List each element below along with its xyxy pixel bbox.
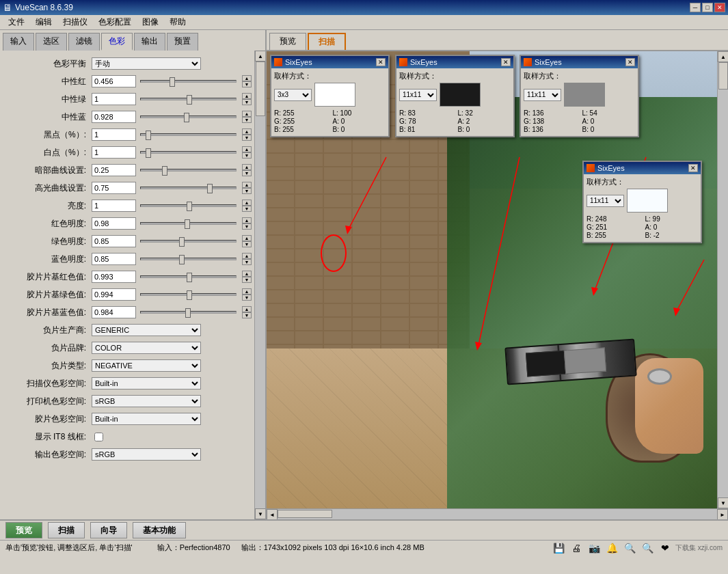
sixeyes-close-1[interactable]: ✕ <box>376 58 386 66</box>
menu-edit[interactable]: 编辑 <box>30 15 57 29</box>
neutral-red-down[interactable]: ▼ <box>242 81 252 87</box>
neutral-red-slider[interactable] <box>140 80 237 83</box>
film-base-red-down[interactable]: ▼ <box>242 277 252 283</box>
red-brightness-slider[interactable] <box>140 222 237 225</box>
show-it8-checkbox[interactable] <box>94 433 103 441</box>
menu-image[interactable]: 图像 <box>137 15 164 29</box>
white-point-input[interactable] <box>92 146 136 159</box>
blue-brightness-input[interactable] <box>92 253 136 265</box>
neutral-green-spin[interactable]: ▲ ▼ <box>242 93 252 105</box>
neutral-red-spin[interactable]: ▲ ▼ <box>242 75 252 87</box>
brightness-input[interactable] <box>92 200 136 212</box>
menu-color-profile[interactable]: 色彩配置 <box>93 15 137 29</box>
neutral-blue-up[interactable]: ▲ <box>242 111 252 117</box>
black-point-spin[interactable]: ▲ ▼ <box>242 128 252 141</box>
highlight-curve-down[interactable]: ▼ <box>242 188 252 194</box>
minimize-button[interactable]: ─ <box>690 3 701 12</box>
tab-output[interactable]: 输出 <box>134 33 165 51</box>
black-point-up[interactable]: ▲ <box>242 128 252 135</box>
brightness-slider[interactable] <box>140 204 237 207</box>
scan-button[interactable]: 扫描 <box>48 522 85 538</box>
output-color-space-select[interactable]: sRGB <box>92 448 201 461</box>
sixeyes-select-3[interactable]: 11x11 <box>524 89 561 101</box>
film-vendor-select[interactable]: GENERIC <box>92 324 201 336</box>
tab-preset[interactable]: 预置 <box>167 33 198 51</box>
brightness-spin[interactable]: ▲ ▼ <box>242 200 252 212</box>
film-color-space-select[interactable]: Built-in <box>92 413 201 425</box>
film-base-blue-down[interactable]: ▼ <box>242 312 252 318</box>
printer-color-space-select[interactable]: sRGB <box>92 395 201 407</box>
sixeyes-select-4[interactable]: 11x11 <box>587 195 624 207</box>
dark-curve-up[interactable]: ▲ <box>242 164 252 170</box>
scroll-up-button[interactable]: ▲ <box>255 51 265 62</box>
email-icon[interactable]: 🔔 <box>604 542 619 554</box>
zoom-in-icon[interactable]: 🔍 <box>640 542 655 554</box>
scroll-track[interactable] <box>255 62 265 508</box>
tab-color[interactable]: 色彩 <box>101 33 133 51</box>
neutral-red-up[interactable]: ▲ <box>242 75 252 81</box>
maximize-button[interactable]: □ <box>702 3 713 12</box>
close-button[interactable]: ✕ <box>714 3 725 12</box>
black-point-input[interactable] <box>92 128 136 141</box>
film-base-red-up[interactable]: ▲ <box>242 271 252 277</box>
sixeyes-close-4[interactable]: ✕ <box>688 164 698 172</box>
highlight-curve-slider[interactable] <box>140 187 237 189</box>
black-point-down[interactable]: ▼ <box>242 135 252 141</box>
neutral-green-slider[interactable] <box>140 98 237 100</box>
neutral-blue-spin[interactable]: ▲ ▼ <box>242 111 252 123</box>
film-base-green-spin[interactable]: ▲ ▼ <box>242 288 252 301</box>
vscroll-track[interactable] <box>718 62 728 497</box>
white-point-spin[interactable]: ▲ ▼ <box>242 146 252 159</box>
sixeyes-close-2[interactable]: ✕ <box>501 58 511 66</box>
neutral-green-input[interactable] <box>92 93 136 105</box>
basic-function-button[interactable]: 基本功能 <box>133 522 186 538</box>
green-brightness-down[interactable]: ▼ <box>242 241 252 247</box>
print-icon[interactable]: 🖨 <box>569 542 584 554</box>
highlight-curve-input[interactable] <box>92 182 136 194</box>
blue-brightness-spin[interactable]: ▲ ▼ <box>242 253 252 265</box>
blue-brightness-up[interactable]: ▲ <box>242 253 252 259</box>
red-brightness-input[interactable] <box>92 217 136 230</box>
neutral-red-input[interactable]: 0.456 <box>92 75 136 87</box>
hscroll-left-btn[interactable]: ◄ <box>267 509 278 519</box>
green-brightness-up[interactable]: ▲ <box>242 235 252 241</box>
preview-tab[interactable]: 预览 <box>269 33 306 50</box>
vscroll-down-btn[interactable]: ▼ <box>718 497 728 508</box>
white-point-slider[interactable] <box>140 151 237 154</box>
sixeyes-close-3[interactable]: ✕ <box>625 58 635 66</box>
blue-brightness-down[interactable]: ▼ <box>242 259 252 265</box>
menu-help[interactable]: 帮助 <box>164 15 191 29</box>
menu-scanner[interactable]: 扫描仪 <box>57 15 93 29</box>
green-brightness-input[interactable] <box>92 235 136 247</box>
white-point-down[interactable]: ▼ <box>242 152 252 159</box>
dark-curve-down[interactable]: ▼ <box>242 170 252 176</box>
white-point-up[interactable]: ▲ <box>242 146 252 152</box>
green-brightness-spin[interactable]: ▲ ▼ <box>242 235 252 247</box>
film-base-green-input[interactable] <box>92 288 136 301</box>
preview-button[interactable]: 预览 <box>5 522 42 538</box>
menu-file[interactable]: 文件 <box>3 15 30 29</box>
vscroll-thumb[interactable] <box>718 62 728 90</box>
dark-curve-slider[interactable] <box>140 169 237 172</box>
green-brightness-slider[interactable] <box>140 240 237 243</box>
film-base-blue-up[interactable]: ▲ <box>242 306 252 312</box>
black-point-slider[interactable] <box>140 133 237 136</box>
zoom-out-icon[interactable]: 🔍 <box>622 542 637 554</box>
vscroll-up-btn[interactable]: ▲ <box>718 51 728 62</box>
sixeyes-select-2[interactable]: 11x11 <box>399 89 437 101</box>
hscroll-track[interactable] <box>278 509 717 519</box>
film-base-green-slider[interactable] <box>140 293 237 296</box>
film-base-red-input[interactable] <box>92 271 136 283</box>
scanner-color-space-select[interactable]: Built-in <box>92 377 201 390</box>
neutral-blue-down[interactable]: ▼ <box>242 117 252 123</box>
color-balance-select[interactable]: 手动 <box>92 57 201 70</box>
tab-filter[interactable]: 滤镜 <box>68 33 100 51</box>
brightness-down[interactable]: ▼ <box>242 206 252 212</box>
tab-input[interactable]: 输入 <box>3 33 34 51</box>
dark-curve-spin[interactable]: ▲ ▼ <box>242 164 252 176</box>
film-base-red-slider[interactable] <box>140 275 237 278</box>
red-brightness-spin[interactable]: ▲ ▼ <box>242 217 252 230</box>
neutral-green-down[interactable]: ▼ <box>242 99 252 105</box>
tab-region[interactable]: 选区 <box>36 33 67 51</box>
hscroll-right-btn[interactable]: ► <box>717 509 728 519</box>
